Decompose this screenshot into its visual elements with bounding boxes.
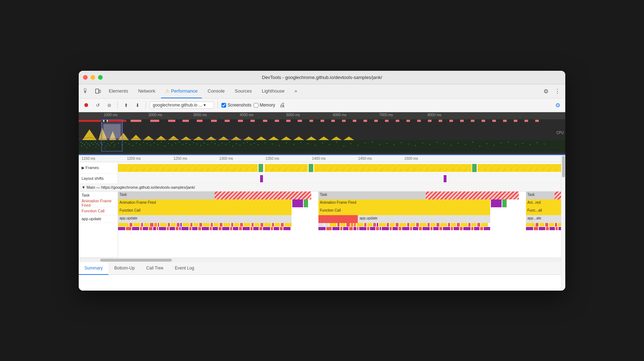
upload-button[interactable]: ⬆ [121,100,131,110]
svg-rect-166 [244,223,251,227]
svg-rect-148 [158,223,159,227]
svg-rect-266 [433,227,439,230]
perf-settings-icon[interactable]: ⚙ [553,100,562,110]
function-call-bar-3: Func...all [526,207,561,215]
svg-rect-164 [234,223,239,227]
maximize-button[interactable] [98,75,103,80]
reload-record-button[interactable]: ↺ [93,100,102,110]
svg-rect-91 [293,144,294,145]
svg-rect-155 [190,223,192,227]
svg-rect-32 [89,145,90,146]
app-update-bar-2: app.update [318,215,490,223]
cpu-chart: CPU [79,122,565,140]
svg-rect-251 [359,227,366,230]
summary-content [79,275,561,291]
detail-ruler: 1150 ms 1200 ms 1250 ms 1300 ms 1350 ms … [79,155,561,162]
svg-rect-261 [410,227,412,230]
tab-event-log[interactable]: Event Log [169,262,200,275]
svg-rect-42 [107,143,108,144]
task-bar-1: Task [118,192,311,199]
svg-rect-234 [440,223,447,227]
svg-rect-169 [260,223,263,227]
svg-rect-120 [501,143,502,143]
net-chart [79,140,565,152]
svg-rect-90 [286,143,287,143]
svg-rect-170 [264,223,271,227]
svg-rect-232 [430,223,436,227]
right-scroll-thumb[interactable] [562,156,565,177]
close-button[interactable] [83,75,88,80]
svg-rect-28 [82,143,83,144]
svg-rect-275 [480,227,483,230]
frames-track: ▶ Frames [79,162,561,174]
scroll-thumb[interactable] [100,259,172,262]
task-labels: Task Animation Frame Fired Function Call… [79,192,118,258]
minimize-button[interactable] [91,75,95,80]
device-mode-icon[interactable] [93,86,103,96]
svg-rect-253 [370,227,375,230]
memory-checkbox-label[interactable]: Memory [254,103,275,108]
svg-rect-247 [343,227,348,230]
separator-3 [218,102,218,109]
memory-checkbox[interactable] [254,103,258,108]
tab-network[interactable]: Network [134,84,160,98]
detail-tick-1350: 1350 ms [265,157,279,160]
svg-rect-143 [133,223,140,227]
svg-rect-186 [176,227,179,230]
tick-2000: 2000 ms [148,113,162,117]
svg-rect-269 [451,227,453,230]
tab-console[interactable]: Console [203,84,229,98]
svg-rect-262 [413,227,418,230]
url-selector[interactable]: googlechrome.github.io ... ▾ [150,102,214,109]
task-label-task: Task [79,192,118,199]
download-button[interactable]: ⬇ [133,100,142,110]
task-label-function: Function Call [79,207,118,215]
tab-more[interactable]: » [290,84,301,98]
svg-rect-216 [354,223,356,227]
horizontal-scrollbar[interactable] [79,258,561,262]
settings-icon[interactable]: ⚙ [541,86,551,96]
svg-rect-229 [416,223,419,227]
screenshots-checkbox-label[interactable]: Screenshots [221,103,252,108]
svg-marker-15 [206,137,216,140]
svg-rect-102 [372,142,373,143]
long-task-2 [108,120,126,122]
tab-summary[interactable]: Summary [79,262,108,275]
svg-rect-241 [477,223,480,227]
tick-6000: 6000 ms [333,113,346,117]
svg-rect-119 [494,145,494,145]
svg-rect-89 [279,145,280,146]
capture-settings-icon[interactable]: 🖨 [279,102,285,108]
svg-rect-173 [281,223,284,227]
tab-performance[interactable]: ⚠ Performance [161,84,202,98]
clear-button[interactable]: ⊘ [104,100,114,110]
more-options-icon[interactable]: ⋮ [552,86,562,96]
svg-rect-64 [179,142,180,143]
devtools-tabbar: Elements Network ⚠ Performance Console S… [79,84,565,99]
svg-rect-182 [157,227,158,230]
svg-rect-189 [189,227,191,230]
tab-lighthouse[interactable]: Lighthouse [258,84,289,98]
tab-call-tree[interactable]: Call Tree [141,262,169,275]
right-scrollbar[interactable] [561,155,565,291]
svg-rect-30 [86,142,87,143]
svg-rect-240 [471,223,477,227]
element-picker-icon[interactable] [82,86,92,96]
svg-rect-236 [451,223,456,227]
svg-rect-287 [526,227,533,230]
svg-rect-115 [465,144,466,145]
svg-rect-243 [318,227,326,230]
record-button[interactable]: ⏺ [82,100,91,110]
tab-sources[interactable]: Sources [230,84,256,98]
svg-rect-82 [243,143,244,143]
animation-frame-bar-1: Animation Frame Fired [118,199,292,207]
screenshots-checkbox[interactable] [221,103,226,108]
tab-bottom-up[interactable]: Bottom-Up [108,262,140,275]
svg-rect-69 [197,144,197,144]
tab-elements[interactable]: Elements [104,84,132,98]
detail-tick-1300: 1300 ms [219,157,233,160]
svg-rect-38 [100,143,101,143]
svg-rect-108 [415,145,416,146]
svg-rect-96 [329,144,330,145]
svg-rect-48 [122,144,122,145]
